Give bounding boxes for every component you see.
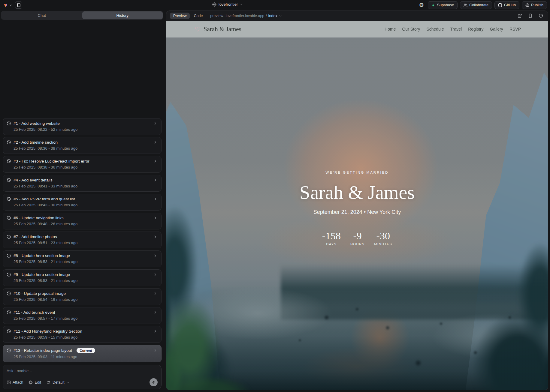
history-item-timestamp: 25 Feb 2025, 08:48 - 26 minutes ago: [14, 222, 158, 226]
history-item[interactable]: #7 - Add timeline photos 25 Feb 2025, 08…: [3, 232, 162, 248]
countdown-value: -9: [350, 231, 364, 241]
history-item-timestamp: 25 Feb 2025, 08:36 - 38 minutes ago: [14, 146, 158, 151]
hero-date-location: September 21, 2024 • New York City: [313, 209, 401, 215]
history-item-timestamp: 25 Feb 2025, 08:53 - 21 minutes ago: [14, 278, 158, 283]
history-item[interactable]: #4 - Add event details 25 Feb 2025, 08:4…: [3, 175, 162, 192]
url-host: preview--lovefrontier.lovable.app: [210, 14, 264, 18]
history-item-timestamp: 25 Feb 2025, 08:22 - 52 minutes ago: [14, 127, 158, 132]
chevron-right-icon[interactable]: [153, 216, 158, 220]
chevron-right-icon[interactable]: [153, 121, 158, 126]
countdown-column: -30 MINUTES: [374, 231, 392, 246]
topbar: ♥ lovefrontier ⚙ Supabase Collaborate Gi…: [0, 0, 550, 10]
nav-link[interactable]: Schedule: [426, 27, 444, 31]
site-brand[interactable]: ♡ Sarah & James: [195, 25, 241, 33]
app-root: { "topbar": { "project_name": "lovefront…: [0, 0, 550, 392]
current-badge: Current: [77, 348, 95, 353]
history-item[interactable]: #2 - Add timeline section 25 Feb 2025, 0…: [3, 137, 162, 154]
chevron-down-icon: [67, 381, 70, 384]
project-selector[interactable]: lovefrontier: [212, 2, 243, 7]
history-item-title: #5 - Add RSVP form and guest list: [14, 197, 75, 201]
open-in-new-tab-icon[interactable]: [518, 13, 522, 18]
chevron-right-icon[interactable]: [153, 178, 158, 182]
chevron-right-icon[interactable]: [153, 310, 158, 315]
nav-link[interactable]: Our Story: [402, 27, 420, 31]
publish-label: Publish: [531, 3, 543, 7]
history-item[interactable]: #9 - Update hero section image 25 Feb 20…: [3, 269, 162, 286]
history-item-title: #8 - Update hero section image: [14, 253, 70, 258]
history-item-title: #13 - Refactor index page layout: [14, 348, 72, 353]
chevron-right-icon[interactable]: [153, 348, 158, 353]
sliders-icon: [47, 380, 51, 385]
edit-select-button[interactable]: Edit: [29, 380, 41, 385]
composer: Ask Lovable... Attach Edit Default: [3, 365, 162, 389]
mode-selector[interactable]: Default: [47, 380, 70, 385]
history-clock-icon: [7, 272, 11, 277]
settings-gear-icon[interactable]: ⚙: [419, 2, 424, 8]
github-button[interactable]: GitHub: [494, 1, 519, 9]
tab-preview[interactable]: Preview: [170, 13, 190, 19]
lovable-logo-menu[interactable]: ♥: [4, 2, 12, 8]
chevron-down-icon: [279, 14, 282, 17]
site-nav: HomeOur StoryScheduleTravelRegistryGalle…: [385, 27, 521, 31]
history-item-timestamp: 25 Feb 2025, 08:54 - 19 minutes ago: [14, 297, 158, 302]
countdown: -158 DAYS -9 HOURS -30 MINUTES: [322, 231, 392, 246]
countdown-label: DAYS: [322, 242, 341, 246]
history-clock-icon: [7, 216, 11, 220]
mobile-view-icon[interactable]: [528, 13, 533, 18]
history-item[interactable]: #3 - Fix: Resolve Lucide-react import er…: [3, 156, 162, 173]
history-item-timestamp: 25 Feb 2025, 08:53 - 21 minutes ago: [14, 259, 158, 264]
history-item[interactable]: #8 - Update hero section image 25 Feb 20…: [3, 250, 162, 267]
chevron-right-icon[interactable]: [153, 329, 158, 334]
chevron-right-icon[interactable]: [153, 291, 158, 296]
arrow-up-icon: [152, 380, 156, 385]
chevron-right-icon[interactable]: [153, 235, 158, 239]
mode-label: Default: [53, 380, 65, 385]
sidebar-toggle-button[interactable]: [15, 1, 22, 9]
history-item[interactable]: #5 - Add RSVP form and guest list 25 Feb…: [3, 194, 162, 211]
history-clock-icon: [7, 140, 11, 145]
history-item[interactable]: #12 - Add Honeyfund Registry Section 25 …: [3, 326, 162, 343]
history-item-title: #10 - Update proposal image: [14, 291, 66, 296]
history-item[interactable]: #6 - Update navigation links 25 Feb 2025…: [3, 213, 162, 229]
chevron-right-icon[interactable]: [153, 140, 158, 145]
history-clock-icon: [7, 121, 11, 126]
nav-link[interactable]: Registry: [468, 27, 483, 31]
history-item[interactable]: #1 - Add wedding website 25 Feb 2025, 08…: [3, 118, 162, 135]
nav-link[interactable]: Home: [385, 27, 396, 31]
heart-outline-icon: ♡: [195, 26, 201, 32]
site-header: ♡ Sarah & James HomeOur StoryScheduleTra…: [166, 21, 548, 37]
chevron-right-icon[interactable]: [153, 253, 158, 258]
history-item[interactable]: #10 - Update proposal image 25 Feb 2025,…: [3, 288, 162, 305]
history-item[interactable]: #13 - Refactor index page layout Current…: [3, 345, 162, 362]
image-icon: [7, 380, 11, 385]
tab-code[interactable]: Code: [191, 13, 205, 19]
refresh-icon[interactable]: [539, 13, 543, 18]
url-divider: /: [266, 14, 267, 18]
countdown-label: HOURS: [350, 242, 364, 246]
chevron-right-icon[interactable]: [153, 272, 158, 277]
history-clock-icon: [7, 159, 11, 163]
tab-chat[interactable]: Chat: [2, 11, 82, 19]
nav-link[interactable]: RSVP: [509, 27, 521, 31]
history-item[interactable]: #11 - Add brunch event 25 Feb 2025, 08:5…: [3, 307, 162, 324]
countdown-label: MINUTES: [374, 242, 392, 246]
preview-toolbar: Preview Code preview--lovefrontier.lovab…: [166, 11, 548, 21]
preview-url[interactable]: preview--lovefrontier.lovable.app / inde…: [210, 14, 282, 18]
history-item-timestamp: 25 Feb 2025, 08:51 - 23 minutes ago: [14, 241, 158, 245]
history-item-title: #7 - Add timeline photos: [14, 235, 57, 239]
history-item-timestamp: 25 Feb 2025, 08:41 - 33 minutes ago: [14, 184, 158, 188]
publish-button[interactable]: Publish: [522, 1, 547, 9]
nav-link[interactable]: Gallery: [490, 27, 503, 31]
chevron-right-icon[interactable]: [153, 159, 158, 163]
supabase-button[interactable]: Supabase: [428, 1, 458, 9]
chevron-down-icon: [9, 4, 12, 7]
nav-link[interactable]: Travel: [450, 27, 462, 31]
tab-history[interactable]: History: [82, 11, 163, 19]
collaborate-button[interactable]: Collaborate: [460, 1, 492, 9]
attach-button[interactable]: Attach: [7, 380, 23, 385]
chevron-right-icon[interactable]: [153, 197, 158, 201]
history-item-timestamp: 25 Feb 2025, 08:38 - 36 minutes ago: [14, 165, 158, 169]
composer-input[interactable]: Ask Lovable...: [7, 369, 158, 373]
send-button[interactable]: [150, 378, 158, 386]
chevron-down-icon: [240, 3, 243, 6]
